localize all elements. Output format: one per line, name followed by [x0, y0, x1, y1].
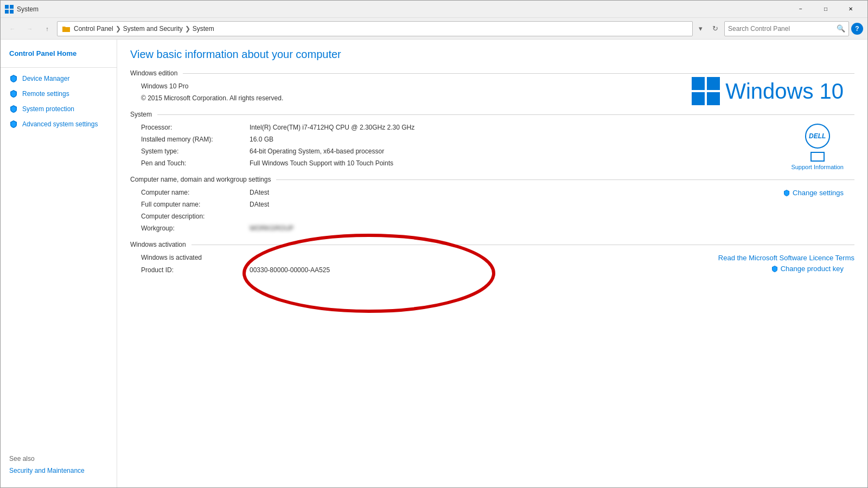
svg-rect-4 [692, 77, 705, 90]
sidebar-label-remote-settings: Remote settings [22, 90, 69, 98]
folder-icon [62, 24, 71, 33]
sidebar-item-advanced-settings[interactable]: Advanced system settings [1, 117, 117, 132]
dell-logo: DELL [805, 124, 830, 149]
shield-icon-settings [783, 189, 790, 197]
change-settings-label: Change settings [793, 189, 844, 197]
title-bar: System − □ ✕ [1, 1, 867, 18]
change-settings-area[interactable]: Change settings [783, 189, 844, 197]
processor-row: Processor: Intel(R) Core(TM) i7-4712HQ C… [130, 124, 854, 131]
section-divider-edition [183, 73, 854, 74]
workgroup-value: WORKGROUP [250, 224, 854, 232]
computer-name-header: Computer name, domain and workgroup sett… [130, 176, 854, 183]
window-controls: − □ ✕ [788, 1, 863, 18]
svg-rect-0 [5, 5, 9, 9]
security-maintenance-link[interactable]: Security and Maintenance [9, 467, 108, 474]
processor-label: Processor: [141, 124, 250, 131]
ram-value: 16.0 GB [250, 136, 854, 143]
workgroup-row: Workgroup: WORKGROUP [130, 224, 854, 232]
product-id-value: 00330-80000-00000-AA525 [250, 266, 854, 274]
computer-description-row: Computer description: [130, 213, 854, 220]
svg-rect-5 [707, 77, 720, 90]
svg-rect-3 [10, 10, 14, 14]
windows-activation-section: Windows activation Windows is activated … [130, 241, 854, 274]
sidebar-divider [1, 67, 117, 68]
windows10-text: Windows 10 [725, 79, 844, 104]
svg-rect-1 [10, 5, 14, 9]
sidebar-label-advanced-settings: Advanced system settings [22, 120, 98, 128]
activation-header: Windows activation [130, 241, 854, 248]
search-icon[interactable]: 🔍 [837, 24, 845, 33]
sidebar-item-system-protection[interactable]: System protection [1, 101, 117, 117]
computer-name-section: Computer name, domain and workgroup sett… [130, 176, 854, 232]
refresh-button[interactable]: ↻ [708, 22, 722, 36]
system-header: System [130, 111, 854, 118]
windows-logo [692, 77, 720, 105]
breadcrumb-system: System [193, 25, 214, 33]
computer-description-label: Computer description: [141, 213, 250, 220]
full-computer-name-row: Full computer name: DAtest [130, 201, 854, 208]
computer-description-value [250, 213, 854, 220]
breadcrumb-system-security[interactable]: System and Security [123, 25, 183, 33]
shield-icon-advanced [9, 120, 18, 129]
pen-touch-value: Full Windows Touch Support with 10 Touch… [250, 159, 854, 167]
back-button[interactable]: ← [5, 21, 20, 36]
sidebar-item-remote-settings[interactable]: Remote settings [1, 86, 117, 101]
pen-touch-row: Pen and Touch: Full Windows Touch Suppor… [130, 159, 854, 167]
maximize-button[interactable]: □ [813, 1, 838, 18]
license-terms-link[interactable]: Read the Microsoft Software Licence Term… [718, 254, 854, 262]
minimize-button[interactable]: − [788, 1, 813, 18]
close-button[interactable]: ✕ [838, 1, 863, 18]
search-box: 🔍 [724, 21, 849, 36]
windows-edition-section: Windows edition Windows 10 Pro © 2015 Mi… [130, 69, 854, 102]
activation-status-row: Windows is activated Read the Microsoft … [130, 254, 854, 262]
up-button[interactable]: ↑ [40, 21, 55, 36]
system-type-label: System type: [141, 147, 250, 155]
full-computer-name-label: Full computer name: [141, 201, 250, 208]
pen-touch-label: Pen and Touch: [141, 159, 250, 167]
windows-edition-header: Windows edition [130, 69, 854, 77]
ram-row: Installed memory (RAM): 16.0 GB [130, 136, 854, 143]
support-information-link[interactable]: Support Information [791, 164, 844, 170]
main-panel: View basic information about your comput… [117, 40, 867, 487]
system-content: Processor: Intel(R) Core(TM) i7-4712HQ C… [130, 124, 854, 167]
sidebar-item-device-manager[interactable]: Device Manager [1, 71, 117, 86]
processor-value: Intel(R) Core(TM) i7-4712HQ CPU @ 2.30GH… [250, 124, 854, 131]
section-divider-computer [276, 179, 854, 180]
search-input[interactable] [728, 25, 834, 33]
system-title: System [130, 111, 152, 118]
sidebar-label-device-manager: Device Manager [22, 75, 69, 82]
breadcrumb: Control Panel ❯ System and Security ❯ Sy… [57, 21, 693, 36]
sidebar-label-system-protection: System protection [22, 105, 74, 113]
svg-rect-6 [692, 92, 705, 105]
address-dropdown-button[interactable]: ▾ [695, 22, 706, 36]
activation-content: Windows is activated Read the Microsoft … [130, 254, 854, 274]
section-divider-activation [192, 245, 854, 245]
system-type-row: System type: 64-bit Operating System, x6… [130, 147, 854, 155]
content-area: Control Panel Home Device Manager Remote… [1, 40, 867, 487]
windows-edition-title: Windows edition [130, 69, 177, 77]
product-id-row: Product ID: 00330-80000-00000-AA525 [130, 266, 854, 274]
sidebar-bottom: See also Security and Maintenance [1, 448, 117, 481]
shield-icon-protection [9, 105, 18, 113]
svg-rect-2 [5, 10, 9, 14]
product-id-label: Product ID: [141, 266, 250, 274]
shield-icon-device [9, 74, 18, 83]
sidebar: Control Panel Home Device Manager Remote… [1, 40, 117, 487]
windows-branding: Windows 10 [692, 77, 844, 105]
computer-name-value: DAtest [250, 189, 854, 196]
dell-monitor-icon [810, 152, 825, 162]
change-product-key-area[interactable]: Change product key [771, 265, 844, 273]
help-button[interactable]: ? [851, 23, 863, 35]
window-icon [5, 5, 14, 14]
sidebar-home-link[interactable]: Control Panel Home [1, 46, 117, 64]
section-divider-system [157, 114, 854, 115]
computer-name-title: Computer name, domain and workgroup sett… [130, 176, 271, 183]
page-title: View basic information about your comput… [130, 48, 854, 61]
breadcrumb-control-panel[interactable]: Control Panel [74, 25, 113, 33]
windows-edition-content: Windows 10 Pro © 2015 Microsoft Corporat… [130, 82, 854, 102]
shield-icon-product-key [771, 265, 778, 273]
address-bar: ← → ↑ Control Panel ❯ System and Securit… [1, 18, 867, 40]
system-section: System Processor: Intel(R) Core(TM) i7-4… [130, 111, 854, 167]
forward-button[interactable]: → [22, 21, 37, 36]
computer-name-content: Computer name: DAtest Full computer name… [130, 189, 854, 232]
